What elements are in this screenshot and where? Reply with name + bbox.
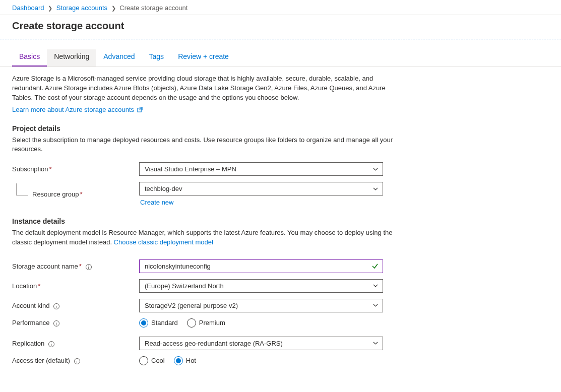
chevron-right-icon: ❯ <box>48 5 52 12</box>
performance-premium-radio[interactable]: Premium <box>187 318 225 328</box>
replication-dropdown[interactable]: Read-access geo-redundant storage (RA-GR… <box>139 337 383 350</box>
info-icon[interactable]: i <box>48 341 54 347</box>
chevron-down-icon <box>372 340 379 346</box>
storage-account-name-label: Storage account name* i <box>12 263 139 270</box>
radio-icon <box>139 318 148 328</box>
learn-more-label: Learn more about Azure storage accounts <box>12 106 134 113</box>
tab-tags[interactable]: Tags <box>142 49 171 67</box>
external-link-icon <box>137 107 143 112</box>
chevron-down-icon <box>372 283 379 289</box>
resource-group-dropdown[interactable]: techblog-dev <box>139 182 383 195</box>
radio-icon <box>187 318 196 328</box>
location-dropdown[interactable]: (Europe) Switzerland North <box>139 279 383 293</box>
tab-networking[interactable]: Networking <box>47 49 96 67</box>
radio-label: Standard <box>151 319 178 326</box>
learn-more-link[interactable]: Learn more about Azure storage accounts <box>12 106 143 113</box>
account-kind-value: StorageV2 (general purpose v2) <box>145 302 238 309</box>
account-kind-dropdown[interactable]: StorageV2 (general purpose v2) <box>139 299 383 312</box>
breadcrumb: Dashboard ❯ Storage accounts ❯ Create st… <box>0 0 561 15</box>
choose-classic-link[interactable]: Choose classic deployment model <box>114 238 213 246</box>
resource-group-label: Resource group* <box>12 190 139 198</box>
chevron-down-icon <box>372 166 379 172</box>
tab-basics[interactable]: Basics <box>12 49 47 67</box>
info-icon[interactable]: i <box>53 320 59 326</box>
breadcrumb-current: Create storage account <box>119 4 188 12</box>
info-icon[interactable]: i <box>74 358 80 364</box>
performance-radio-group: Standard Premium <box>139 318 383 328</box>
access-tier-hot-radio[interactable]: Hot <box>174 356 196 365</box>
storage-account-name-value: nicolonskyintuneconfig <box>145 263 211 270</box>
access-tier-cool-radio[interactable]: Cool <box>139 356 165 365</box>
chevron-down-icon <box>372 186 379 192</box>
required-icon: * <box>49 165 52 173</box>
replication-value: Read-access geo-redundant storage (RA-GR… <box>145 340 283 347</box>
storage-account-name-input[interactable]: nicolonskyintuneconfig <box>139 259 383 273</box>
intro-text: Azure Storage is a Microsoft-managed ser… <box>12 74 395 103</box>
resource-group-value: techblog-dev <box>145 185 182 192</box>
radio-icon <box>139 356 148 365</box>
chevron-down-icon <box>372 302 379 308</box>
check-icon <box>371 263 379 270</box>
chevron-right-icon: ❯ <box>111 5 116 12</box>
page-title: Create storage account <box>0 15 561 39</box>
account-kind-label: Account kind i <box>12 302 139 309</box>
project-details-heading: Project details <box>12 124 549 133</box>
info-icon[interactable]: i <box>86 264 92 270</box>
breadcrumb-storage-accounts[interactable]: Storage accounts <box>56 4 107 12</box>
location-label: Location* <box>12 282 139 290</box>
radio-icon <box>174 356 183 365</box>
performance-standard-radio[interactable]: Standard <box>139 318 178 328</box>
create-new-link[interactable]: Create new <box>140 199 173 206</box>
required-icon: * <box>80 190 83 198</box>
tab-bar: Basics Networking Advanced Tags Review +… <box>0 39 561 67</box>
subscription-value: Visual Studio Enterprise – MPN <box>145 165 236 173</box>
subscription-label: Subscription* <box>12 165 139 173</box>
radio-label: Cool <box>151 357 165 364</box>
breadcrumb-dashboard[interactable]: Dashboard <box>12 4 44 12</box>
access-tier-radio-group: Cool Hot <box>139 356 383 365</box>
instance-details-heading: Instance details <box>12 217 549 225</box>
required-icon: * <box>79 263 82 270</box>
project-details-desc: Select the subscription to manage deploy… <box>12 136 395 155</box>
replication-label: Replication i <box>12 340 139 347</box>
required-icon: * <box>38 282 40 290</box>
info-icon[interactable]: i <box>53 303 59 309</box>
tab-review-create[interactable]: Review + create <box>171 49 236 67</box>
radio-label: Hot <box>186 357 196 364</box>
location-value: (Europe) Switzerland North <box>145 282 224 290</box>
tab-advanced[interactable]: Advanced <box>96 49 142 67</box>
access-tier-label: Access tier (default) i <box>12 357 139 364</box>
radio-label: Premium <box>199 319 225 326</box>
performance-label: Performance i <box>12 319 139 326</box>
tree-connector-icon <box>16 183 28 195</box>
instance-details-desc: The default deployment model is Resource… <box>12 228 395 247</box>
subscription-dropdown[interactable]: Visual Studio Enterprise – MPN <box>139 162 383 176</box>
tab-content: Azure Storage is a Microsoft-managed ser… <box>0 67 561 383</box>
